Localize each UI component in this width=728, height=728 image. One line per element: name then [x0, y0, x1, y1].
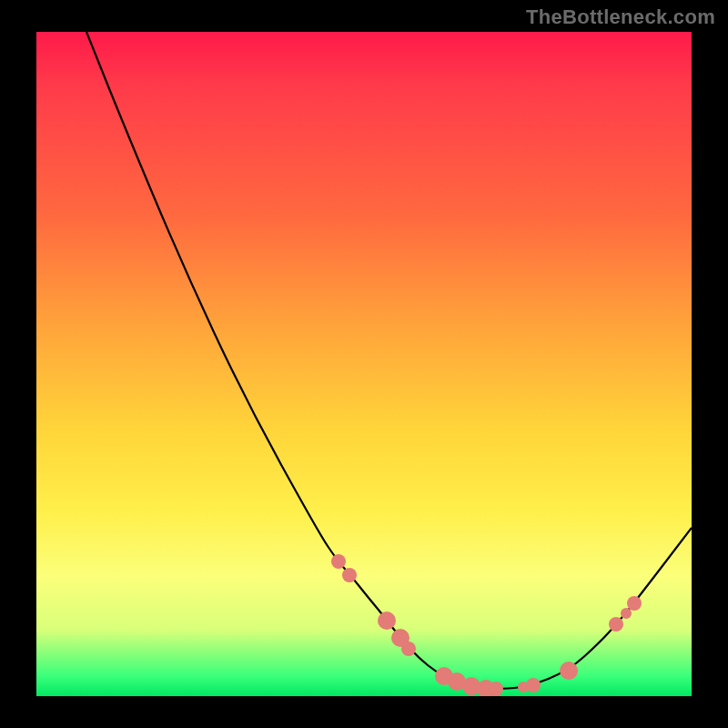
curve-marker — [378, 612, 396, 630]
curve-marker — [621, 608, 632, 619]
watermark-label: TheBottleneck.com — [526, 5, 715, 29]
curve-marker — [489, 682, 503, 696]
bottleneck-curve — [86, 32, 692, 689]
curve-marker — [609, 617, 623, 632]
curve-marker — [526, 678, 541, 693]
curve-marker — [560, 662, 578, 680]
curve-layer — [36, 32, 692, 696]
chart-frame: TheBottleneck.com — [0, 0, 728, 728]
curve-marker — [342, 568, 357, 582]
marker-layer — [331, 554, 642, 696]
curve-marker — [401, 642, 416, 656]
curve-marker — [331, 554, 346, 569]
curve-marker — [627, 596, 642, 611]
plot-area — [36, 32, 692, 696]
